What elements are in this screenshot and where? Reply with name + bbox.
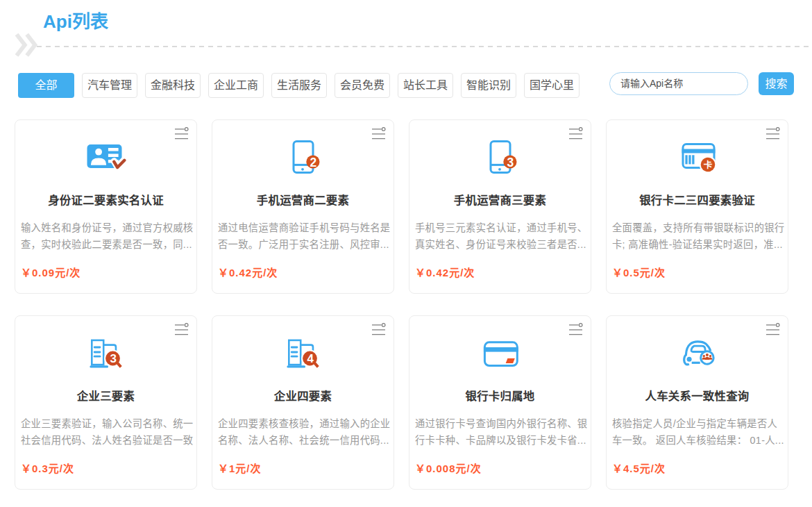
svg-text:4: 4	[307, 352, 314, 365]
svg-text:2: 2	[310, 156, 316, 169]
svg-text:3: 3	[507, 156, 514, 169]
svg-text:卡: 卡	[703, 160, 712, 170]
svg-text:3: 3	[110, 352, 116, 365]
